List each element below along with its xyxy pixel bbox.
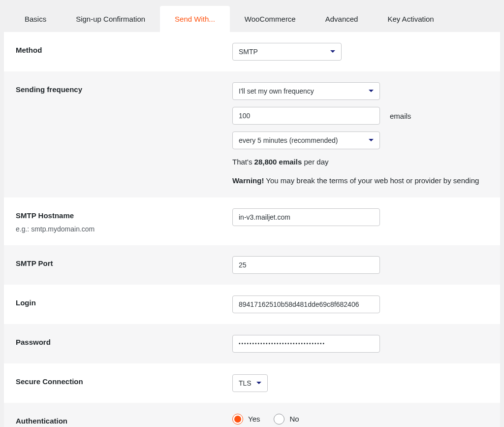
authentication-label: Authentication <box>16 416 220 427</box>
frequency-per-day-note: That's 28,800 emails per day <box>232 156 488 168</box>
authentication-yes-radio[interactable]: Yes <box>232 414 260 425</box>
row-sending-frequency: Sending frequency I'll set my own freque… <box>4 71 500 197</box>
tab-advanced[interactable]: Advanced <box>311 6 373 32</box>
sending-frequency-label: Sending frequency <box>16 84 220 96</box>
radio-unchecked-icon <box>274 414 284 425</box>
row-smtp-hostname: SMTP Hostname e.g.: smtp.mydomain.com <box>4 197 500 245</box>
secure-connection-label: Secure Connection <box>16 376 220 388</box>
authentication-no-radio[interactable]: No <box>274 414 299 425</box>
tab-basics[interactable]: Basics <box>10 6 61 32</box>
settings-panel: Method SMTP Sending frequency I'll set m… <box>4 32 500 427</box>
authentication-yes-label: Yes <box>248 415 260 423</box>
row-password: Password <box>4 324 500 363</box>
frequency-interval-select[interactable]: every 5 minutes (recommended) <box>232 131 380 149</box>
frequency-mode-select[interactable]: I'll set my own frequency <box>232 82 380 100</box>
tab-send-with[interactable]: Send With... <box>160 6 230 32</box>
row-authentication: Authentication Leave this option set to … <box>4 403 500 427</box>
method-select[interactable]: SMTP <box>232 43 342 61</box>
tabs-bar: Basics Sign-up Confirmation Send With...… <box>4 0 500 32</box>
row-secure-connection: Secure Connection TLS <box>4 363 500 403</box>
frequency-warning-note: Warning! You may break the terms of your… <box>232 175 488 187</box>
tab-signup-confirmation[interactable]: Sign-up Confirmation <box>61 6 160 32</box>
tab-key-activation[interactable]: Key Activation <box>373 6 448 32</box>
smtp-hostname-hint: e.g.: smtp.mydomain.com <box>16 224 220 234</box>
smtp-port-input[interactable] <box>232 256 380 274</box>
method-label: Method <box>16 45 220 56</box>
row-smtp-port: SMTP Port <box>4 245 500 285</box>
row-login: Login <box>4 285 500 324</box>
smtp-hostname-label: SMTP Hostname <box>16 210 220 222</box>
password-label: Password <box>16 337 220 348</box>
smtp-port-label: SMTP Port <box>16 258 220 269</box>
tab-woocommerce[interactable]: WooCommerce <box>230 6 311 32</box>
frequency-count-input[interactable] <box>232 107 380 125</box>
smtp-hostname-input[interactable] <box>232 208 380 226</box>
login-label: Login <box>16 297 220 309</box>
login-input[interactable] <box>232 296 380 313</box>
password-input[interactable] <box>232 335 380 353</box>
row-method: Method SMTP <box>4 32 500 71</box>
frequency-count-unit: emails <box>390 112 411 120</box>
secure-connection-select[interactable]: TLS <box>232 374 268 392</box>
radio-checked-icon <box>232 414 243 425</box>
authentication-no-label: No <box>289 415 299 423</box>
